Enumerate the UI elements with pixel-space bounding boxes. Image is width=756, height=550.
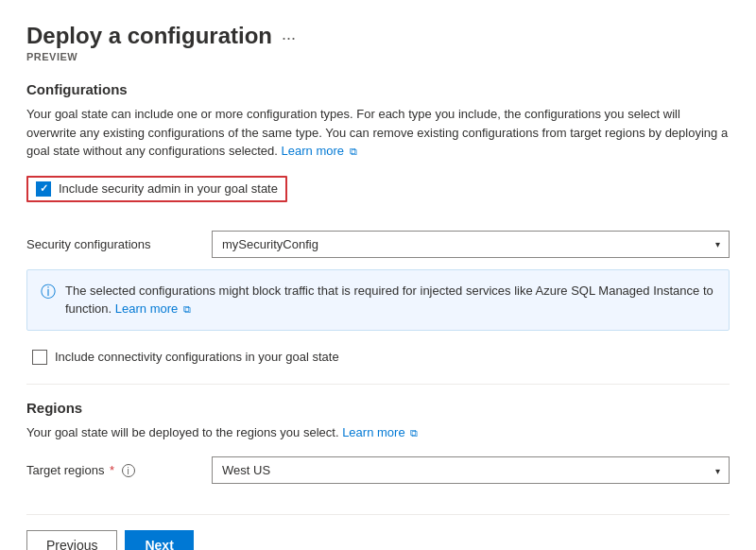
include-connectivity-checkbox[interactable] [32,350,47,365]
checkbox-checkmark: ✓ [40,182,48,195]
section-divider [26,384,730,385]
required-indicator: * [110,463,114,477]
preview-label: PREVIEW [26,51,730,62]
target-regions-select-wrapper: West US East US West Europe East Asia ▾ [212,456,730,484]
page-title: Deploy a configuration [26,23,272,49]
target-regions-info-icon[interactable]: i [122,464,135,477]
regions-section: Regions Your goal state will be deployed… [26,400,730,485]
include-security-admin-checkbox[interactable]: ✓ [36,181,51,197]
info-learn-more-link[interactable]: Learn more ⧉ [115,301,191,316]
regions-learn-more-link[interactable]: Learn more ⧉ [342,425,418,439]
regions-description: Your goal state will be deployed to the … [26,423,730,442]
regions-learn-more-external-icon: ⧉ [410,425,418,441]
security-configurations-row: Security configurations mySecurityConfig… [26,231,730,258]
configurations-section: Configurations Your goal state can inclu… [26,81,730,369]
page-header: Deploy a configuration ··· [26,23,730,49]
regions-section-title: Regions [26,400,730,416]
info-box-text: The selected configurations might block … [65,282,715,318]
target-regions-row: Target regions * i West US East US West … [26,456,730,484]
include-security-admin-row: ✓ Include security admin in your goal st… [26,176,287,202]
security-info-box: ⓘ The selected configurations might bloc… [26,269,730,331]
include-connectivity-label: Include connectivity configurations in y… [55,350,339,364]
configurations-learn-more-link[interactable]: Learn more ⧉ [282,144,357,158]
configurations-description: Your goal state can include one or more … [26,105,730,161]
more-options-icon[interactable]: ··· [282,28,296,48]
footer: Previous Next [26,514,730,550]
configurations-section-title: Configurations [26,81,730,97]
next-button[interactable]: Next [125,530,193,550]
target-regions-select[interactable]: West US East US West Europe East Asia [212,456,730,484]
security-configurations-select-wrapper: mySecurityConfig ▾ [212,231,730,258]
previous-button[interactable]: Previous [26,530,117,550]
include-connectivity-row: Include connectivity configurations in y… [26,346,730,369]
security-configurations-label: Security configurations [26,237,197,251]
info-learn-more-external-icon: ⧉ [183,301,191,318]
info-circle-icon: ⓘ [41,283,56,302]
security-configurations-select[interactable]: mySecurityConfig [212,231,730,258]
learn-more-external-icon: ⧉ [350,144,357,160]
target-regions-label: Target regions * i [26,463,197,478]
include-security-admin-label: Include security admin in your goal stat… [59,181,278,196]
